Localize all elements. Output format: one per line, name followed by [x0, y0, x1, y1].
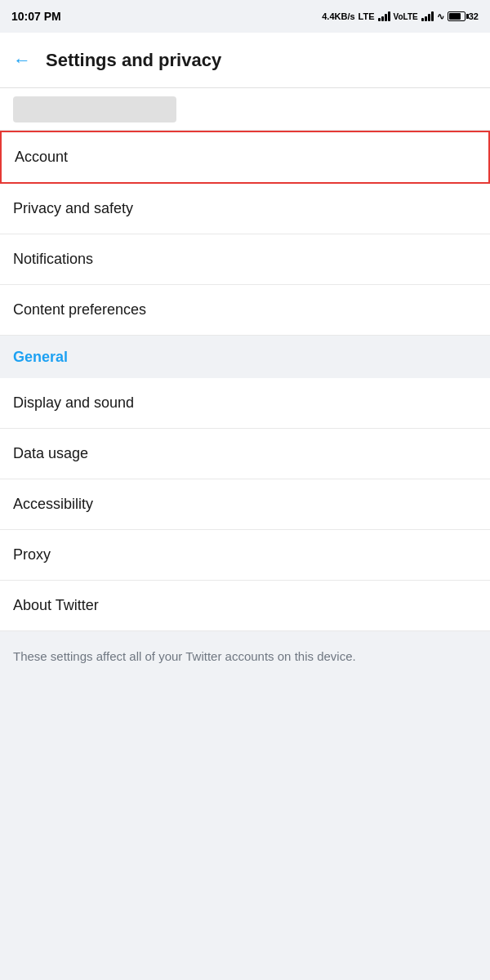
settings-item-label: Data usage [13, 445, 88, 462]
settings-item-content[interactable]: Content preferences [0, 285, 490, 336]
header: ← Settings and privacy [0, 33, 490, 88]
settings-item-data[interactable]: Data usage [0, 429, 490, 479]
signal-bar [388, 11, 390, 21]
settings-item-display[interactable]: Display and sound [0, 378, 490, 429]
settings-item-account[interactable]: Account [0, 131, 490, 184]
settings-item-label: Proxy [13, 546, 51, 564]
network-speed: 4.4KB/s [322, 11, 354, 21]
wifi-icon: ∿ [437, 11, 444, 22]
settings-item-accessibility[interactable]: Accessibility [0, 479, 490, 530]
signal-bar [378, 18, 381, 21]
signal-bar [431, 11, 434, 21]
settings-item-proxy[interactable]: Proxy [0, 530, 490, 581]
status-icons: 4.4KB/s LTE VoLTE ∿ 32 [322, 11, 479, 22]
page-title: Settings and privacy [46, 50, 221, 71]
settings-item-about[interactable]: About Twitter [0, 581, 490, 631]
settings-item-label: Notifications [13, 251, 93, 268]
lte-icon: LTE [359, 11, 375, 21]
signal-bar [421, 18, 424, 21]
signal-bar [428, 14, 430, 21]
signal-bars-1 [378, 11, 390, 21]
settings-item-label: Accessibility [13, 496, 93, 513]
battery-fill [449, 13, 461, 20]
footer-text: These settings affect all of your Twitte… [13, 649, 356, 663]
account-area [0, 88, 490, 131]
footer-note: These settings affect all of your Twitte… [0, 631, 490, 683]
volte-icon: VoLTE [394, 12, 418, 21]
account-placeholder [13, 96, 176, 122]
settings-item-label: Display and sound [13, 394, 134, 412]
battery-icon [448, 11, 466, 21]
settings-item-privacy[interactable]: Privacy and safety [0, 184, 490, 234]
status-bar: 10:07 PM 4.4KB/s LTE VoLTE ∿ 32 [0, 0, 490, 33]
settings-item-notifications[interactable]: Notifications [0, 234, 490, 285]
battery-percent: 32 [469, 11, 479, 21]
signal-bar [425, 16, 427, 21]
back-button[interactable]: ← [13, 50, 31, 71]
settings-item-label: About Twitter [13, 597, 99, 614]
signal-bars-2 [421, 11, 434, 21]
signal-bar [385, 14, 387, 21]
signal-bar [381, 16, 384, 21]
settings-item-label: Privacy and safety [13, 200, 133, 217]
section-label-general: General [13, 349, 68, 366]
settings-item-label: Content preferences [13, 301, 146, 318]
general-section: General [0, 336, 490, 378]
status-time: 10:07 PM [11, 10, 61, 23]
settings-item-label: Account [15, 149, 68, 166]
